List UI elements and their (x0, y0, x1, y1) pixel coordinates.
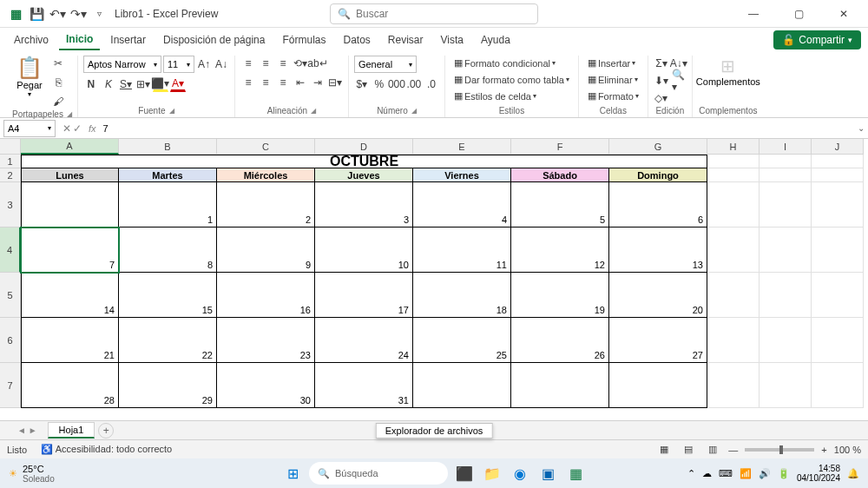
col-header-B[interactable]: B (119, 139, 217, 155)
cell-J6[interactable] (812, 318, 864, 363)
excel-taskbar-icon[interactable]: ▦ (564, 462, 587, 485)
col-header-J[interactable]: J (812, 139, 864, 155)
date-cell-B7[interactable]: 29 (119, 363, 217, 408)
date-cell-G6[interactable]: 27 (609, 318, 707, 363)
align-center-icon[interactable]: ≡ (258, 75, 273, 90)
comma-icon[interactable]: 000 (389, 76, 404, 92)
decrease-decimal-icon[interactable]: .0 (424, 76, 439, 92)
indent-increase-icon[interactable]: ⇥ (310, 75, 326, 90)
tab-formulas[interactable]: Fórmulas (275, 30, 332, 49)
cell-I4[interactable] (760, 228, 812, 273)
zoom-out-button[interactable]: — (728, 445, 738, 455)
date-cell-A6[interactable]: 21 (21, 318, 119, 363)
task-view-icon[interactable]: ⬛ (453, 462, 476, 485)
cell-H4[interactable] (707, 228, 760, 273)
cell-J3[interactable] (812, 182, 864, 228)
weather-widget[interactable]: ☀ 25°C Soleado (9, 464, 55, 484)
minimize-button[interactable]: — (736, 2, 771, 26)
font-color-button[interactable]: A▾ (170, 76, 186, 92)
date-cell-G4[interactable]: 13 (609, 228, 707, 273)
normal-view-icon[interactable]: ▦ (655, 443, 673, 457)
date-cell-E5[interactable]: 18 (413, 273, 511, 318)
day-header-viernes[interactable]: Viernes (413, 168, 511, 182)
file-explorer-icon[interactable]: 📁 (481, 462, 503, 485)
col-header-D[interactable]: D (315, 139, 413, 155)
zoom-level[interactable]: 100 % (834, 445, 861, 455)
page-break-icon[interactable]: ▥ (704, 443, 721, 457)
taskbar-search[interactable]: 🔍Búsqueda (309, 462, 448, 485)
qat-dropdown-icon[interactable]: ▿ (90, 5, 108, 23)
sheet-tab-hoja1[interactable]: Hoja1 (48, 422, 95, 439)
row-header-6[interactable]: 6 (0, 318, 21, 363)
formula-input[interactable]: 7 (96, 123, 854, 134)
find-icon[interactable]: 🔍▾ (671, 73, 687, 89)
day-header-sábado[interactable]: Sábado (511, 168, 609, 182)
col-header-A[interactable]: A (21, 139, 119, 155)
col-header-E[interactable]: E (413, 139, 511, 155)
cell-H2[interactable] (707, 168, 760, 182)
notifications-icon[interactable]: 🔔 (847, 468, 859, 479)
cell-H1[interactable] (707, 155, 760, 168)
tray-chevron-icon[interactable]: ⌃ (687, 468, 695, 479)
date-cell-F7[interactable] (511, 363, 609, 408)
sheet-nav[interactable]: ◄ ► (17, 425, 37, 435)
align-top-icon[interactable]: ≡ (240, 56, 256, 71)
cell-J5[interactable] (812, 273, 864, 318)
date-cell-B5[interactable]: 15 (119, 273, 217, 318)
cell-I6[interactable] (760, 318, 812, 363)
app-icon-1[interactable]: ▣ (536, 462, 559, 485)
date-cell-D5[interactable]: 17 (315, 273, 413, 318)
alignment-launcher[interactable]: ◢ (311, 107, 316, 115)
date-cell-E3[interactable]: 4 (413, 182, 511, 228)
date-cell-A4[interactable]: 7 (21, 228, 119, 273)
zoom-slider[interactable] (745, 448, 814, 452)
tab-revisar[interactable]: Revisar (381, 30, 431, 49)
add-sheet-button[interactable]: + (98, 423, 114, 439)
date-cell-F6[interactable]: 26 (511, 318, 609, 363)
date-cell-G7[interactable] (609, 363, 707, 408)
maximize-button[interactable]: ▢ (781, 2, 816, 26)
clipboard-launcher[interactable]: ◢ (67, 110, 72, 118)
wrap-text-icon[interactable]: ab↵ (310, 56, 326, 71)
wifi-icon[interactable]: 📶 (740, 468, 752, 479)
number-format-combo[interactable]: General▾ (354, 56, 417, 73)
date-cell-A7[interactable]: 28 (21, 363, 119, 408)
date-cell-D6[interactable]: 24 (315, 318, 413, 363)
cell-H5[interactable] (707, 273, 760, 318)
cell-J7[interactable] (812, 363, 864, 408)
insert-cells-button[interactable]: ▦Insertar▾ (584, 56, 639, 70)
close-button[interactable]: ✕ (826, 2, 861, 26)
italic-button[interactable]: K (101, 76, 116, 92)
cell-J1[interactable] (812, 155, 864, 168)
number-launcher[interactable]: ◢ (411, 107, 417, 115)
fill-icon[interactable]: ⬇▾ (654, 73, 669, 89)
font-size-combo[interactable]: 11▾ (163, 56, 194, 73)
date-cell-A3[interactable] (21, 182, 119, 228)
day-header-lunes[interactable]: Lunes (21, 168, 119, 182)
paste-button[interactable]: 📋 Pegar ▾ (12, 56, 47, 98)
col-header-H[interactable]: H (707, 139, 760, 155)
orientation-icon[interactable]: ⟲▾ (293, 56, 308, 71)
cell-I2[interactable] (760, 168, 812, 182)
search-box[interactable]: 🔍 Buscar (330, 3, 538, 24)
align-left-icon[interactable]: ≡ (240, 75, 256, 90)
name-box[interactable]: A4▾ (3, 120, 56, 137)
addins-button[interactable]: ⊞ Complementos (698, 56, 759, 87)
date-cell-B6[interactable]: 22 (119, 318, 217, 363)
cell-H6[interactable] (707, 318, 760, 363)
align-middle-icon[interactable]: ≡ (258, 56, 273, 71)
date-cell-C4[interactable]: 9 (217, 228, 315, 273)
row-header-1[interactable]: 1 (0, 155, 21, 168)
date-cell-G5[interactable]: 20 (609, 273, 707, 318)
merge-icon[interactable]: ⊟▾ (327, 75, 343, 90)
enter-formula-icon[interactable]: ✓ (73, 122, 82, 135)
col-header-G[interactable]: G (609, 139, 707, 155)
date-cell-G3[interactable]: 6 (609, 182, 707, 228)
currency-icon[interactable]: $▾ (354, 76, 370, 92)
font-family-combo[interactable]: Aptos Narrow▾ (83, 56, 161, 73)
edge-icon[interactable]: ◉ (509, 462, 531, 485)
undo-icon[interactable]: ↶▾ (49, 5, 66, 23)
increase-decimal-icon[interactable]: .00 (406, 76, 422, 92)
date-cell-E7[interactable] (413, 363, 511, 408)
date-cell-E4[interactable]: 11 (413, 228, 511, 273)
